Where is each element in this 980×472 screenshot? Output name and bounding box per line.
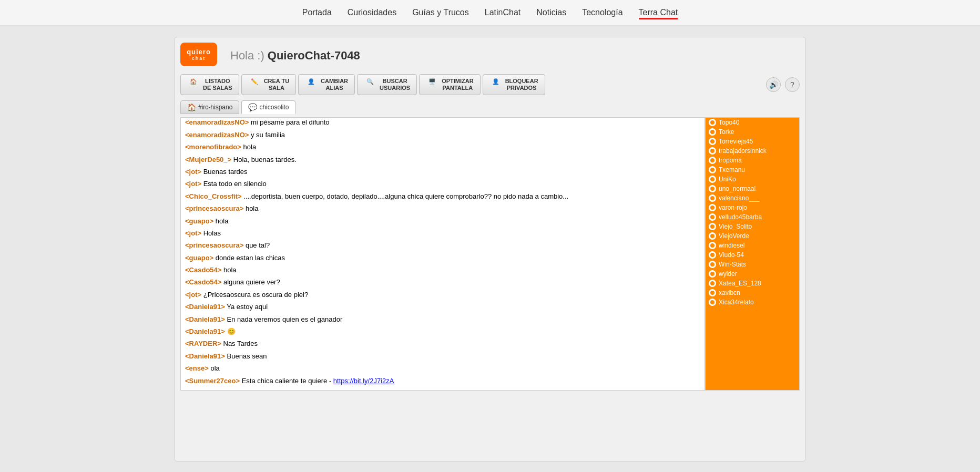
message-user[interactable]: <morenofibrado> <box>185 143 241 151</box>
toolbar: 🏠 LISTADODE SALAS ✏️ CREA TUSALA 👤 CAMBI… <box>180 74 800 95</box>
nav-terrachat[interactable]: Terra Chat <box>639 6 678 19</box>
nav-noticias[interactable]: Noticias <box>536 6 566 19</box>
logo-bottom: chat <box>192 56 206 61</box>
home-tab-icon: 🏠 <box>187 103 196 111</box>
message-user[interactable]: <Daniela91> <box>185 352 225 360</box>
user-list-name: valenciano___ <box>719 194 759 202</box>
listado-salas-button[interactable]: 🏠 LISTADODE SALAS <box>180 74 239 95</box>
user-avatar-icon <box>709 128 716 136</box>
nav-portada[interactable]: Portada <box>302 6 332 19</box>
app-header: quiero chat Hola :) QuieroChat-7048 <box>180 43 800 69</box>
nav-guias[interactable]: Guías y Trucos <box>412 6 469 19</box>
chat-message: <MujerDe50_> Hola, buenas tardes. <box>185 153 700 166</box>
user-list-item[interactable]: Xica34relato <box>706 297 799 307</box>
user-avatar-icon <box>709 176 716 183</box>
user-avatar-icon <box>709 138 716 145</box>
chat-message: <jot> Holas <box>185 227 700 239</box>
tab-irc-hispano[interactable]: 🏠 #irc-hispano <box>180 100 239 114</box>
user-list-item[interactable]: varon-rojo <box>706 203 799 212</box>
user-list-item[interactable]: xavibcn <box>706 288 799 297</box>
message-user[interactable]: <jot> <box>185 291 201 299</box>
buscar-usuarios-button[interactable]: 🔍 BUSCARUSUARIOS <box>357 74 417 95</box>
message-text: hola <box>213 217 228 225</box>
user-list-item[interactable]: Viejo_Solito <box>706 222 799 231</box>
chat-message: <Summer27ceo> Esta chica caliente te qui… <box>185 375 700 387</box>
user-list-item[interactable]: Xatea_ES_128 <box>706 279 799 288</box>
tab-irc-label: #irc-hispano <box>198 104 232 111</box>
logo-box: quiero chat <box>180 43 217 66</box>
user-list: Topo40TorkeTorrevieja45trabajadorsinnick… <box>705 117 800 391</box>
user-list-name: uno_normaal <box>719 185 756 192</box>
user-list-item[interactable]: tropoma <box>706 156 799 165</box>
user-avatar-icon <box>709 242 716 249</box>
nav-curiosidades[interactable]: Curiosidades <box>348 6 396 19</box>
user-list-item[interactable]: Topo40 <box>706 118 799 127</box>
greeting-text: Hola :) <box>230 49 264 63</box>
help-button[interactable]: ? <box>785 77 800 92</box>
message-text: y su familia <box>249 131 285 139</box>
user-list-item[interactable]: Win-Stats <box>706 260 799 269</box>
bloquear-privados-button[interactable]: 👤 BLOQUEARPRIVADOS <box>483 74 545 95</box>
message-user[interactable]: <Daniela91> <box>185 315 225 323</box>
user-list-item[interactable]: ViejoVerde <box>706 231 799 241</box>
crea-sala-button[interactable]: ✏️ CREA TUSALA <box>241 74 296 95</box>
message-user[interactable]: <RAYDER> <box>185 340 221 347</box>
message-user[interactable]: <ense> <box>185 364 209 372</box>
cambiar-label: CAMBIARALIAS <box>321 78 348 91</box>
message-user[interactable]: <enamoradizasNO> <box>185 118 249 126</box>
user-list-item[interactable]: valenciano___ <box>706 193 799 203</box>
user-list-item[interactable]: Viudo-54 <box>706 250 799 260</box>
user-avatar-icon <box>709 147 716 155</box>
message-user[interactable]: <Daniela91> <box>185 327 225 335</box>
nav-latinchat[interactable]: LatinChat <box>485 6 521 19</box>
message-text: hola <box>241 143 256 151</box>
user-list-item[interactable]: velludo45barba <box>706 212 799 222</box>
logo-top: quiero <box>187 48 211 56</box>
user-list-item[interactable]: Txemanu <box>706 165 799 175</box>
message-text: mi pésame para el difunto <box>249 118 329 126</box>
message-user[interactable]: <guapo> <box>185 254 213 262</box>
sound-button[interactable]: 🔊 <box>766 77 781 92</box>
message-text: alguna quiere ver? <box>221 278 280 286</box>
user-list-name: Topo40 <box>719 119 739 126</box>
message-user[interactable]: <Casdo54> <box>185 266 221 274</box>
monitor-icon: 🖥️ <box>426 78 438 91</box>
username-display: QuieroChat-7048 <box>268 49 360 63</box>
user-list-item[interactable]: trabajadorsinnick <box>706 146 799 156</box>
message-user[interactable]: <guapo> <box>185 217 213 225</box>
user-avatar-icon <box>709 157 716 164</box>
message-user[interactable]: <jot> <box>185 180 201 188</box>
crea-label: CREA TUSALA <box>264 78 289 91</box>
app-container: quiero chat Hola :) QuieroChat-7048 🏠 LI… <box>175 37 805 461</box>
message-user[interactable]: <princesaoscura> <box>185 241 243 249</box>
pencil-icon: ✏️ <box>248 78 261 91</box>
message-user[interactable]: <enamoradizasNO> <box>185 131 249 139</box>
message-user[interactable]: <princesaoscura> <box>185 204 243 212</box>
message-link[interactable]: https://bit.ly/2J7i2zA <box>333 377 394 385</box>
cambiar-alias-button[interactable]: 👤 CAMBIARALIAS <box>298 74 355 95</box>
nav-tecnologia[interactable]: Tecnología <box>582 6 622 19</box>
message-user[interactable]: <MujerDe50_> <box>185 156 231 163</box>
user-list-name: Xica34relato <box>719 299 754 306</box>
user-list-item[interactable]: windiesel <box>706 241 799 250</box>
user-list-item[interactable]: Torke <box>706 127 799 137</box>
message-user[interactable]: <jot> <box>185 168 201 176</box>
message-user[interactable]: <Casdo54> <box>185 278 221 286</box>
user-list-item[interactable]: Torrevieja45 <box>706 137 799 146</box>
message-user[interactable]: <Chico_Crossfit> <box>185 192 242 200</box>
user-list-item[interactable]: UniKo <box>706 175 799 184</box>
message-user[interactable]: <jot> <box>185 229 201 237</box>
user-list-name: varon-rojo <box>719 204 747 211</box>
message-text: donde estan las chicas <box>213 254 285 262</box>
tab-chico-label: chicosolito <box>259 104 289 111</box>
message-user[interactable]: <Summer27ceo> <box>185 377 240 385</box>
user-avatar-icon <box>709 119 716 126</box>
chat-message: <jot> ¿Pricesaoscura es oscura de piel? <box>185 289 700 301</box>
user-list-item[interactable]: uno_normaal <box>706 184 799 193</box>
chat-messages[interactable]: <enamoradizasNO> mi pésame para el difun… <box>180 117 705 391</box>
tab-chicosolito[interactable]: 💬 chicosolito <box>241 100 295 114</box>
user-list-item[interactable]: wylder <box>706 269 799 279</box>
optimizar-pantalla-button[interactable]: 🖥️ OPTIMIZARPANTALLA <box>419 74 481 95</box>
user-list-name: tropoma <box>719 157 742 164</box>
message-user[interactable]: <Daniela91> <box>185 303 225 311</box>
